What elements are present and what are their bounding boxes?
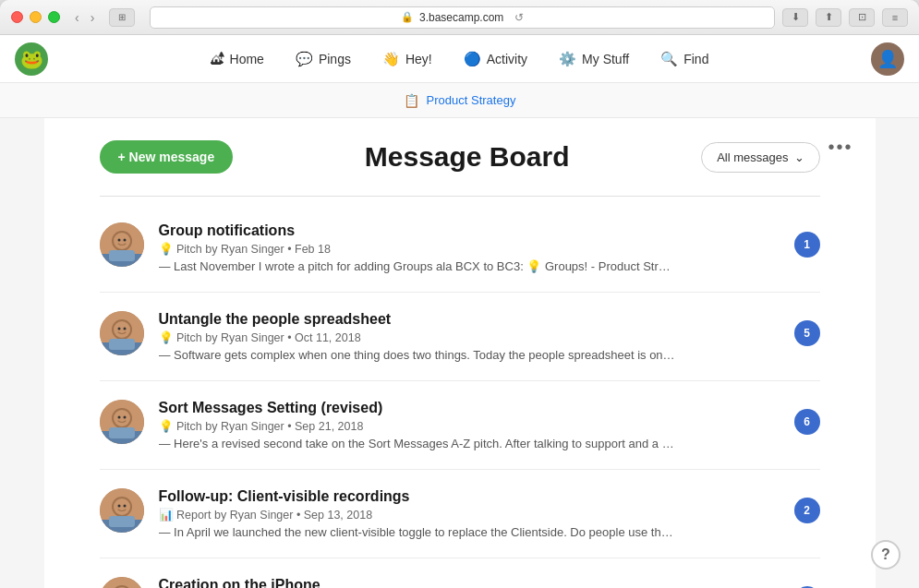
new-message-button[interactable]: + New message bbox=[100, 140, 234, 174]
nav-find[interactable]: 🔍 Find bbox=[646, 43, 723, 75]
svg-point-3 bbox=[117, 239, 120, 242]
content-wrapper: ••• + New message Message Board All mess… bbox=[44, 118, 876, 588]
forward-button[interactable]: › bbox=[87, 8, 99, 27]
board-title: Message Board bbox=[233, 141, 701, 173]
message-body: Creation on the iPhone📊 Report by Ryan S… bbox=[159, 577, 780, 588]
address-bar[interactable]: 🔒 3.basecamp.com ↺ bbox=[150, 6, 775, 29]
maximize-button[interactable] bbox=[48, 11, 60, 23]
nav-mystuff-label: My Stuff bbox=[582, 52, 629, 66]
filter-label: All messages bbox=[717, 150, 788, 164]
mystuff-icon: ⚙️ bbox=[559, 51, 576, 67]
download-button[interactable]: ⬇ bbox=[782, 8, 808, 27]
message-preview: — Last November I wrote a pitch for addi… bbox=[159, 259, 676, 273]
pings-icon: 💬 bbox=[296, 51, 313, 67]
svg-point-16 bbox=[114, 410, 130, 426]
svg-rect-20 bbox=[109, 427, 135, 438]
extensions-button[interactable]: ≡ bbox=[882, 8, 908, 27]
close-button[interactable] bbox=[11, 11, 23, 23]
message-preview: — Here's a revised second take on the So… bbox=[159, 437, 676, 450]
breadcrumb-link[interactable]: Product Strategy bbox=[427, 93, 516, 107]
svg-point-17 bbox=[117, 416, 120, 419]
reply-count-badge: 5 bbox=[794, 320, 820, 346]
message-meta: 💡 Pitch by Ryan Singer • Oct 11, 2018 bbox=[159, 330, 780, 344]
message-item[interactable]: Untangle the people spreadsheet💡 Pitch b… bbox=[100, 293, 820, 381]
nav-home[interactable]: 🏕 Home bbox=[196, 43, 279, 75]
svg-rect-27 bbox=[109, 516, 135, 527]
nav-activity[interactable]: 🔵 Activity bbox=[449, 43, 542, 75]
message-body: Group notifications💡 Pitch by Ryan Singe… bbox=[159, 222, 780, 273]
avatar bbox=[100, 400, 144, 444]
message-meta: 💡 Pitch by Ryan Singer • Feb 18 bbox=[159, 242, 780, 256]
message-item[interactable]: Sort Messages Setting (revised)💡 Pitch b… bbox=[100, 381, 820, 470]
svg-point-24 bbox=[117, 505, 120, 508]
home-icon: 🏕 bbox=[211, 51, 224, 66]
toolbar-right: ⬇ ⬆ ⊡ ≡ bbox=[782, 8, 908, 27]
nav-arrows: ‹ › bbox=[71, 8, 98, 27]
avatar bbox=[100, 222, 144, 267]
reload-button[interactable]: ↺ bbox=[514, 11, 524, 24]
nav-home-label: Home bbox=[230, 52, 264, 66]
avatar bbox=[100, 488, 144, 533]
app-content: 🐸 🏕 Home 💬 Pings 👋 Hey! 🔵 Activity bbox=[0, 35, 919, 588]
nav-pings-label: Pings bbox=[319, 52, 351, 66]
nav-items: 🏕 Home 💬 Pings 👋 Hey! 🔵 Activity ⚙️ bbox=[196, 43, 724, 75]
hey-icon: 👋 bbox=[382, 51, 400, 67]
divider bbox=[100, 196, 820, 197]
svg-point-18 bbox=[123, 416, 126, 419]
reply-count-badge: 1 bbox=[794, 232, 820, 258]
message-item[interactable]: Group notifications💡 Pitch by Ryan Singe… bbox=[100, 204, 820, 293]
svg-point-4 bbox=[123, 239, 126, 242]
reply-count-badge: 2 bbox=[794, 498, 820, 523]
filter-button[interactable]: All messages ⌄ bbox=[701, 142, 819, 173]
find-icon: 🔍 bbox=[660, 51, 678, 67]
tabs-button[interactable]: ⊡ bbox=[849, 8, 875, 27]
lock-icon: 🔒 bbox=[401, 11, 414, 23]
message-title: Follow-up: Client-visible recordings bbox=[159, 488, 780, 505]
message-body: Untangle the people spreadsheet💡 Pitch b… bbox=[159, 311, 780, 362]
avatar bbox=[100, 577, 144, 588]
app-logo[interactable]: 🐸 bbox=[15, 42, 48, 76]
board-header: + New message Message Board All messages… bbox=[100, 140, 820, 174]
message-title: Creation on the iPhone bbox=[159, 577, 780, 588]
app-nav: 🐸 🏕 Home 💬 Pings 👋 Hey! 🔵 Activity bbox=[0, 35, 919, 83]
more-options-button[interactable]: ••• bbox=[820, 133, 860, 162]
nav-mystuff[interactable]: ⚙️ My Stuff bbox=[544, 43, 644, 75]
message-preview: — Software gets complex when one thing d… bbox=[159, 348, 676, 362]
svg-point-23 bbox=[114, 498, 130, 515]
activity-icon: 🔵 bbox=[464, 51, 481, 67]
svg-rect-6 bbox=[109, 250, 135, 261]
project-icon: 📋 bbox=[404, 93, 419, 108]
svg-point-25 bbox=[123, 505, 126, 508]
nav-activity-label: Activity bbox=[487, 52, 527, 66]
traffic-lights bbox=[11, 11, 60, 23]
svg-point-9 bbox=[114, 321, 130, 338]
svg-rect-13 bbox=[109, 339, 135, 350]
nav-hey-label: Hey! bbox=[405, 52, 432, 66]
tab-icon: ⊞ bbox=[109, 8, 135, 27]
message-body: Follow-up: Client-visible recordings📊 Re… bbox=[159, 488, 780, 539]
user-avatar[interactable]: 👤 bbox=[871, 42, 904, 76]
title-bar: ‹ › ⊞ 🔒 3.basecamp.com ↺ ⬇ ⬆ ⊡ ≡ bbox=[0, 0, 919, 35]
message-meta: 📊 Report by Ryan Singer • Sep 13, 2018 bbox=[159, 508, 780, 522]
message-title: Untangle the people spreadsheet bbox=[159, 311, 780, 328]
help-button[interactable]: ? bbox=[871, 540, 901, 570]
message-preview: — In April we launched the new client-vi… bbox=[159, 525, 676, 539]
nav-find-label: Find bbox=[683, 52, 708, 66]
nav-hey[interactable]: 👋 Hey! bbox=[368, 43, 447, 75]
svg-point-11 bbox=[123, 328, 126, 330]
minimize-button[interactable] bbox=[30, 11, 42, 23]
back-button[interactable]: ‹ bbox=[71, 8, 83, 27]
chevron-down-icon: ⌄ bbox=[794, 150, 804, 164]
reply-count-badge: 6 bbox=[794, 409, 820, 435]
breadcrumb-bar: 📋 Product Strategy bbox=[0, 83, 919, 118]
avatar bbox=[100, 311, 144, 355]
main-area: ••• + New message Message Board All mess… bbox=[0, 118, 919, 588]
message-body: Sort Messages Setting (revised)💡 Pitch b… bbox=[159, 400, 780, 450]
message-item[interactable]: Creation on the iPhone📊 Report by Ryan S… bbox=[100, 558, 820, 588]
nav-pings[interactable]: 💬 Pings bbox=[281, 43, 366, 75]
share-button[interactable]: ⬆ bbox=[816, 8, 841, 27]
message-item[interactable]: Follow-up: Client-visible recordings📊 Re… bbox=[100, 470, 820, 558]
svg-point-2 bbox=[114, 233, 130, 249]
message-meta: 💡 Pitch by Ryan Singer • Sep 21, 2018 bbox=[159, 419, 780, 433]
message-title: Sort Messages Setting (revised) bbox=[159, 400, 780, 416]
